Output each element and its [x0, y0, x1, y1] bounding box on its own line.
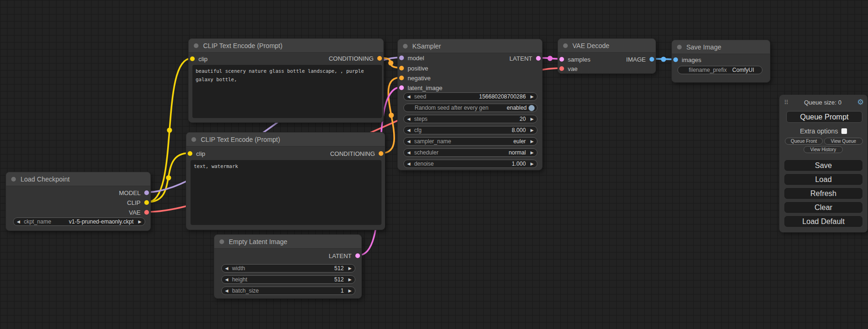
input-port-images[interactable]: images	[673, 56, 701, 63]
conditioning-port-dot[interactable]	[379, 151, 383, 156]
model-port-dot[interactable]	[144, 190, 149, 195]
clear-button[interactable]: Clear	[784, 202, 862, 213]
node-ksampler[interactable]: KSampler model positive negative latent_…	[397, 39, 543, 170]
decrement-arrow-icon[interactable]: ◀	[17, 220, 20, 224]
output-port-conditioning[interactable]: CONDITIONING	[330, 150, 383, 157]
input-port-positive[interactable]: positive	[399, 64, 428, 72]
positive-prompt-textarea[interactable]: beautiful scenery nature glass bottle la…	[192, 65, 382, 118]
collapse-dot-icon[interactable]	[403, 44, 408, 49]
node-title-bar[interactable]: KSampler	[398, 39, 542, 53]
node-empty-latent-image[interactable]: Empty Latent Image LATENT ◀ width 512 ▶ …	[214, 234, 362, 299]
queue-prompt-button[interactable]: Queue Prompt	[786, 111, 862, 123]
load-button[interactable]: Load	[784, 174, 862, 185]
node-clip-text-encode-positive[interactable]: CLIP Text Encode (Prompt) clip CONDITION…	[188, 38, 384, 123]
load-default-button[interactable]: Load Default	[784, 216, 862, 227]
node-title-bar[interactable]: CLIP Text Encode (Prompt)	[189, 39, 383, 53]
scheduler-widget[interactable]: ◀ scheduler normal ▶	[403, 148, 537, 157]
filename-prefix-widget[interactable]: filename_prefix ComfyUI	[677, 66, 762, 74]
collapse-dot-icon[interactable]	[677, 45, 682, 49]
node-title-bar[interactable]: VAE Decode	[558, 39, 656, 53]
decrement-arrow-icon[interactable]: ◀	[407, 117, 410, 121]
collapse-dot-icon[interactable]	[194, 43, 198, 48]
sampler-name-widget[interactable]: ◀ sampler_name euler ▶	[403, 137, 537, 146]
conditioning-port-dot[interactable]	[399, 76, 404, 80]
conditioning-port-dot[interactable]	[377, 56, 382, 61]
node-title-bar[interactable]: Empty Latent Image	[214, 235, 361, 249]
model-port-dot[interactable]	[399, 56, 404, 60]
decrement-arrow-icon[interactable]: ◀	[407, 128, 410, 133]
decrement-arrow-icon[interactable]: ◀	[407, 95, 410, 99]
increment-arrow-icon[interactable]: ▶	[530, 95, 534, 99]
steps-widget[interactable]: ◀ steps 20 ▶	[403, 115, 537, 123]
node-title-bar[interactable]: Save Image	[672, 40, 770, 54]
vae-port-dot[interactable]	[144, 210, 149, 215]
output-port-latent[interactable]: LATENT	[329, 252, 360, 259]
drag-handle-icon[interactable]: ⠿	[784, 99, 789, 106]
decrement-arrow-icon[interactable]: ◀	[225, 289, 228, 293]
increment-arrow-icon[interactable]: ▶	[530, 140, 534, 144]
node-load-checkpoint[interactable]: Load Checkpoint MODEL CLIP VAE ◀ ckpt_na…	[6, 172, 151, 231]
view-history-button[interactable]: View History	[804, 146, 843, 153]
node-title-bar[interactable]: CLIP Text Encode (Prompt)	[186, 133, 385, 147]
clip-port-dot[interactable]	[188, 151, 192, 156]
input-port-clip[interactable]: clip	[188, 150, 205, 157]
output-port-vae[interactable]: VAE	[129, 209, 149, 216]
output-port-image[interactable]: IMAGE	[626, 56, 654, 63]
random-seed-toggle-widget[interactable]: Random seed after every gen enabled	[403, 104, 537, 112]
output-port-clip[interactable]: CLIP	[127, 199, 149, 206]
toggle-enabled-icon[interactable]	[529, 105, 535, 111]
height-widget[interactable]: ◀ height 512 ▶	[221, 275, 355, 284]
latent-port-dot[interactable]	[399, 85, 404, 90]
decrement-arrow-icon[interactable]: ◀	[407, 151, 410, 155]
collapse-dot-icon[interactable]	[563, 43, 568, 48]
increment-arrow-icon[interactable]: ▶	[530, 151, 534, 155]
view-queue-button[interactable]: View Queue	[824, 138, 863, 145]
denoise-widget[interactable]: ◀ denoise 1.000 ▶	[403, 160, 537, 168]
node-clip-text-encode-negative[interactable]: CLIP Text Encode (Prompt) clip CONDITION…	[186, 132, 385, 230]
increment-arrow-icon[interactable]: ▶	[348, 278, 352, 282]
refresh-button[interactable]: Refresh	[784, 188, 862, 199]
node-title-bar[interactable]: Load Checkpoint	[6, 172, 150, 186]
input-port-samples[interactable]: samples	[559, 56, 590, 63]
width-widget[interactable]: ◀ width 512 ▶	[221, 264, 355, 273]
increment-arrow-icon[interactable]: ▶	[348, 289, 352, 293]
image-port-dot[interactable]	[649, 57, 654, 62]
gear-icon[interactable]: ⚙	[857, 98, 864, 106]
node-save-image[interactable]: Save Image images filename_prefix ComfyU…	[671, 40, 770, 83]
collapse-dot-icon[interactable]	[11, 177, 16, 182]
latent-port-dot[interactable]	[536, 56, 541, 61]
input-port-vae[interactable]: vae	[559, 65, 578, 72]
output-port-model[interactable]: MODEL	[119, 189, 149, 196]
latent-port-dot[interactable]	[559, 57, 564, 62]
input-port-negative[interactable]: negative	[399, 74, 430, 82]
comfyui-canvas[interactable]: { "colors": { "clip": "#F6D50A", "model"…	[0, 0, 868, 329]
decrement-arrow-icon[interactable]: ◀	[225, 278, 228, 282]
ckpt-name-widget[interactable]: ◀ ckpt_name v1-5-pruned-emaonly.ckpt ▶	[13, 217, 145, 226]
output-port-conditioning[interactable]: CONDITIONING	[329, 55, 382, 62]
decrement-arrow-icon[interactable]: ◀	[407, 140, 410, 144]
conditioning-port-dot[interactable]	[399, 66, 404, 70]
vae-port-dot[interactable]	[559, 66, 564, 71]
latent-port-dot[interactable]	[355, 253, 360, 258]
node-vae-decode[interactable]: VAE Decode samples vae IMAGE	[557, 38, 656, 74]
negative-prompt-textarea[interactable]: text, watermark	[191, 160, 381, 225]
seed-widget[interactable]: ◀ seed 156680208700286 ▶	[403, 92, 537, 101]
collapse-dot-icon[interactable]	[219, 239, 224, 244]
increment-arrow-icon[interactable]: ▶	[138, 220, 141, 224]
output-port-latent[interactable]: LATENT	[509, 55, 541, 62]
clip-port-dot[interactable]	[144, 200, 149, 205]
cfg-widget[interactable]: ◀ cfg 8.000 ▶	[403, 126, 537, 134]
batch-size-widget[interactable]: ◀ batch_size 1 ▶	[221, 287, 355, 295]
input-port-latent-image[interactable]: latent_image	[399, 84, 442, 91]
extra-options-checkbox[interactable]	[841, 128, 847, 134]
input-port-model[interactable]: model	[399, 54, 424, 62]
collapse-dot-icon[interactable]	[191, 137, 196, 142]
decrement-arrow-icon[interactable]: ◀	[407, 162, 410, 166]
save-button[interactable]: Save	[784, 160, 862, 171]
queue-front-button[interactable]: Queue Front	[785, 138, 823, 145]
image-port-dot[interactable]	[673, 57, 678, 62]
increment-arrow-icon[interactable]: ▶	[348, 266, 352, 271]
decrement-arrow-icon[interactable]: ◀	[225, 266, 228, 271]
increment-arrow-icon[interactable]: ▶	[530, 128, 534, 133]
increment-arrow-icon[interactable]: ▶	[530, 117, 534, 121]
